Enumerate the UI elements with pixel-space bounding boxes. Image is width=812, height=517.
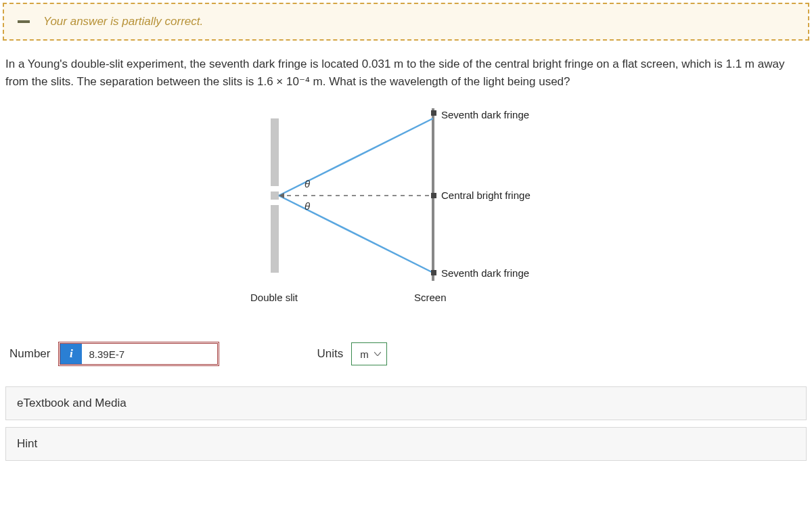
svg-line-5 <box>279 118 433 196</box>
etextbook-accordion[interactable]: eTextbook and Media <box>5 386 807 420</box>
theta-top-label: θ <box>304 178 310 189</box>
screen-label: Screen <box>414 292 447 303</box>
answer-row: Number i Units m <box>3 335 809 386</box>
hint-accordion[interactable]: Hint <box>5 427 807 461</box>
svg-rect-2 <box>271 205 279 273</box>
minus-icon <box>18 20 30 23</box>
feedback-text: Your answer is partially correct. <box>43 15 203 28</box>
question-text: In a Young's double-slit experiment, the… <box>3 41 809 98</box>
units-label: Units <box>317 347 343 361</box>
info-icon[interactable]: i <box>60 344 82 364</box>
top-fringe-label: Seventh dark fringe <box>441 109 529 120</box>
slit-label: Double slit <box>250 292 298 303</box>
number-input-wrap: i <box>58 342 219 366</box>
theta-bottom-label: θ <box>304 200 310 212</box>
svg-line-6 <box>279 196 433 273</box>
number-label: Number <box>9 347 50 361</box>
diagram: θ θ Seventh dark fringe Central bright f… <box>3 98 809 335</box>
svg-rect-9 <box>431 193 436 198</box>
double-slit-diagram: θ θ Seventh dark fringe Central bright f… <box>237 105 575 315</box>
number-input[interactable] <box>82 344 217 364</box>
feedback-banner: Your answer is partially correct. <box>3 3 809 41</box>
svg-rect-10 <box>431 270 436 275</box>
center-fringe-label: Central bright fringe <box>441 189 531 201</box>
svg-rect-0 <box>271 118 279 186</box>
units-select[interactable]: m <box>351 342 387 365</box>
bottom-fringe-label: Seventh dark fringe <box>441 267 529 279</box>
svg-rect-8 <box>431 110 436 116</box>
svg-rect-1 <box>271 192 279 200</box>
